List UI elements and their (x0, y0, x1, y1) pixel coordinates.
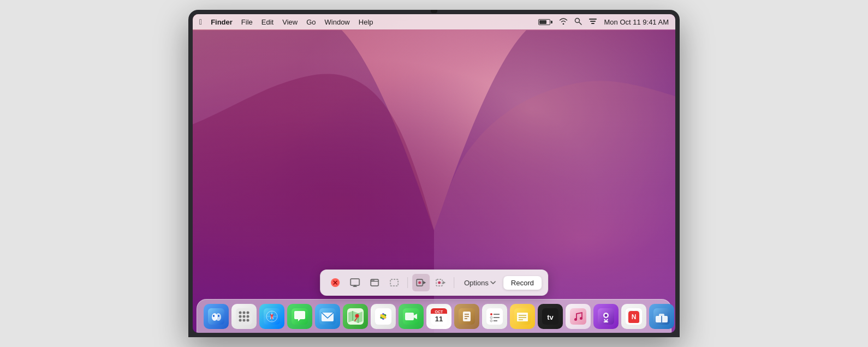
svg-marker-20 (443, 281, 445, 284)
view-menu[interactable]: View (282, 18, 298, 26)
dock-icon-maps[interactable] (343, 304, 368, 329)
search-icon[interactable] (574, 17, 582, 27)
toolbar-close-button[interactable] (326, 274, 344, 291)
dock-icon-reminders[interactable] (482, 304, 507, 329)
svg-point-13 (372, 280, 373, 281)
page-wrapper:  Finder File Edit View Go Window Help (0, 0, 868, 347)
svg-point-0 (575, 18, 580, 22)
dock-icon-calendar[interactable]: OCT 11 (426, 304, 451, 329)
svg-point-47 (355, 314, 359, 318)
svg-text:11: 11 (435, 315, 443, 323)
toolbar-divider-1 (407, 277, 408, 288)
svg-rect-81 (570, 308, 586, 325)
svg-point-26 (218, 315, 219, 317)
menubar:  Finder File Edit View Go Window Help (193, 14, 675, 29)
svg-point-29 (243, 311, 246, 314)
svg-rect-8 (350, 279, 359, 285)
svg-point-83 (580, 317, 582, 320)
dock-icon-notes[interactable] (510, 304, 535, 329)
capture-selection-button[interactable] (385, 274, 403, 291)
menubar-right: Mon Oct 11 9:41 AM (538, 17, 669, 27)
screenshot-toolbar: Options Record (320, 270, 548, 296)
dock-icon-mail[interactable] (315, 304, 340, 329)
svg-point-34 (239, 319, 242, 321)
edit-menu[interactable]: Edit (261, 18, 274, 26)
svg-point-30 (247, 311, 249, 314)
svg-point-89 (605, 314, 608, 316)
battery-icon (538, 19, 552, 25)
dock-icon-messages[interactable] (287, 304, 312, 329)
record-button[interactable]: Record (503, 276, 542, 290)
dock-icon-keka[interactable] (454, 304, 479, 329)
svg-point-28 (239, 311, 242, 314)
svg-point-82 (574, 318, 577, 321)
control-center-icon[interactable] (588, 17, 597, 27)
file-menu[interactable]: File (241, 18, 253, 26)
dock-icon-safari[interactable] (259, 304, 284, 329)
svg-text:N: N (632, 313, 637, 321)
camera-notch (431, 10, 437, 13)
svg-point-36 (247, 319, 249, 321)
macbook-frame:  Finder File Edit View Go Window Help (188, 10, 680, 337)
record-selection-button[interactable] (432, 274, 449, 291)
finder-menu[interactable]: Finder (211, 18, 233, 26)
svg-rect-3 (590, 21, 596, 22)
dock-icon-facetime[interactable] (399, 304, 424, 329)
svg-point-14 (373, 280, 374, 281)
svg-point-72 (490, 320, 492, 322)
svg-text:tv: tv (547, 313, 554, 321)
svg-point-70 (490, 316, 492, 319)
datetime-display: Mon Oct 11 9:41 AM (604, 18, 669, 26)
dock-icon-finder[interactable] (204, 304, 229, 329)
dock-icon-music[interactable] (566, 304, 591, 329)
dock-icon-toolbox[interactable] (649, 304, 674, 329)
svg-rect-15 (390, 279, 398, 286)
svg-rect-4 (591, 23, 594, 24)
screen:  Finder File Edit View Go Window Help (193, 14, 675, 333)
svg-point-35 (243, 319, 246, 321)
toolbar-options-button[interactable]: Options (459, 276, 501, 290)
help-menu[interactable]: Help (359, 18, 373, 26)
go-menu[interactable]: Go (306, 18, 316, 26)
capture-screen-button[interactable] (346, 274, 364, 291)
dock-icon-launchpad[interactable] (231, 304, 257, 329)
record-screen-button[interactable] (412, 274, 430, 291)
svg-point-25 (213, 315, 215, 317)
svg-point-24 (216, 313, 221, 321)
svg-point-21 (438, 282, 441, 284)
menubar-left:  Finder File Edit View Go Window Help (199, 17, 373, 26)
svg-point-33 (247, 315, 249, 318)
dock-icon-appletv[interactable]: tv (538, 304, 563, 329)
svg-point-68 (490, 313, 492, 315)
window-menu[interactable]: Window (325, 18, 350, 26)
options-label: Options (464, 279, 489, 287)
capture-window-button[interactable] (366, 274, 383, 291)
dock-icon-photos[interactable] (371, 304, 396, 329)
apple-menu[interactable]:  (199, 17, 202, 26)
dock-icon-news[interactable]: N (621, 304, 646, 329)
svg-point-18 (418, 282, 421, 284)
toolbar-divider-2 (454, 277, 454, 288)
svg-point-31 (239, 315, 242, 318)
wifi-icon (559, 17, 568, 26)
svg-rect-67 (486, 308, 503, 325)
svg-point-32 (243, 315, 246, 318)
svg-rect-2 (589, 19, 597, 20)
svg-marker-17 (423, 281, 426, 284)
dock-icon-podcasts[interactable] (593, 304, 619, 329)
svg-line-1 (579, 22, 581, 25)
dock: OCT 11 (197, 299, 671, 333)
svg-text:OCT: OCT (435, 310, 444, 314)
